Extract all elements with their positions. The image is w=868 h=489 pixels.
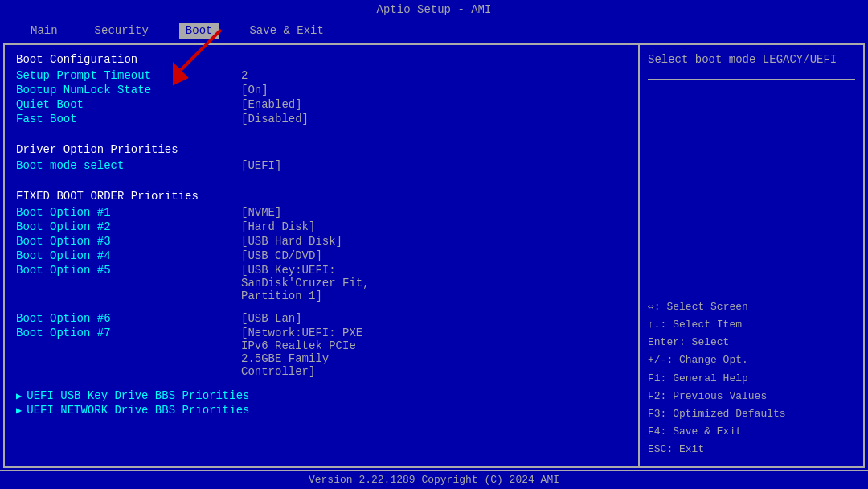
config-row[interactable]: Boot Option #1[NVME] — [16, 206, 627, 219]
config-label: Boot Option #4 — [16, 249, 241, 262]
help-key-item: F3: Optimized Defaults — [648, 405, 855, 423]
config-row[interactable]: Boot Option #4[USB CD/DVD] — [16, 249, 627, 262]
config-value: 2 — [241, 69, 248, 82]
config-value: [On] — [241, 84, 268, 97]
expandable-row[interactable]: ▶UEFI NETWORK Drive BBS Priorities — [16, 404, 627, 417]
config-label: Quiet Boot — [16, 98, 241, 111]
section-header: Boot Configuration — [16, 53, 627, 66]
config-value-multiline: [Network:UEFI: PXEIPv6 Realtek PCIe2.5GB… — [241, 327, 362, 378]
expand-arrow-icon: ▶ — [16, 405, 22, 417]
help-key-item: Enter: Select — [648, 334, 855, 351]
config-label: Setup Prompt Timeout — [16, 69, 241, 82]
config-label: Boot mode select — [16, 159, 241, 172]
config-label: Boot Option #2 — [16, 220, 241, 233]
section-divider — [16, 127, 627, 135]
config-label: Boot Option #6 — [16, 312, 241, 325]
section-header: Driver Option Priorities — [16, 143, 627, 156]
config-row[interactable]: Boot Option #2[Hard Disk] — [16, 220, 627, 233]
help-key-item: +/-: Change Opt. — [648, 351, 855, 369]
title-label: Aptio Setup - AMI — [377, 3, 492, 16]
content-panel: Boot ConfigurationSetup Prompt Timeout2B… — [3, 43, 640, 468]
config-row[interactable]: Boot Option #6[USB Lan] — [16, 312, 627, 325]
menu-item-boot[interactable]: Boot — [179, 23, 219, 39]
expandable-label: UEFI USB Key Drive BBS Priorities — [27, 389, 249, 402]
config-value: [NVME] — [241, 206, 281, 219]
config-label: Boot Option #5 — [16, 264, 241, 277]
section-divider — [16, 304, 627, 312]
help-key-item: F4: Save & Exit — [648, 423, 855, 441]
menu-item-security[interactable]: Security — [88, 23, 155, 39]
footer-label: Version 2.22.1289 Copyright (C) 2024 AMI — [309, 474, 559, 486]
menu-item-main[interactable]: Main — [24, 23, 64, 39]
config-row[interactable]: Bootup NumLock State[On] — [16, 84, 627, 97]
main-layout: Boot ConfigurationSetup Prompt Timeout2B… — [3, 43, 865, 468]
footer: Version 2.22.1289 Copyright (C) 2024 AMI — [0, 470, 868, 489]
config-value-multiline: [USB Key:UEFI:SanDisk'Cruzer Fit,Partiti… — [241, 264, 370, 302]
config-value: [USB Lan] — [241, 312, 302, 325]
config-row[interactable]: Boot Option #3[USB Hard Disk] — [16, 235, 627, 248]
config-value: [Hard Disk] — [241, 220, 315, 233]
config-value: [Enabled] — [241, 98, 302, 111]
help-key-item: ESC: Exit — [648, 441, 855, 458]
help-divider — [648, 79, 855, 80]
config-value: [USB Hard Disk] — [241, 235, 342, 248]
help-text-top: Select boot mode LEGACY/UEFI — [648, 53, 855, 66]
config-row[interactable]: Boot mode select[UEFI] — [16, 159, 627, 172]
config-label: Fast Boot — [16, 113, 241, 125]
expand-arrow-icon: ▶ — [16, 390, 22, 402]
expandable-label: UEFI NETWORK Drive BBS Priorities — [27, 404, 249, 417]
title-bar: Aptio Setup - AMI — [0, 0, 868, 19]
section-header: FIXED BOOT ORDER Priorities — [16, 190, 627, 203]
help-key-item: F2: Previous Values — [648, 388, 855, 405]
menu-item-save-&-exit[interactable]: Save & Exit — [243, 23, 330, 39]
config-row[interactable]: Setup Prompt Timeout2 — [16, 69, 627, 82]
help-keys: ⇔: Select Screen↑↓: Select ItemEnter: Se… — [648, 298, 855, 458]
help-key-item: ⇔: Select Screen — [648, 298, 855, 316]
config-value: [USB CD/DVD] — [241, 249, 322, 262]
section-divider — [16, 174, 627, 182]
help-panel: Select boot mode LEGACY/UEFI ⇔: Select S… — [640, 43, 865, 468]
expandable-row[interactable]: ▶UEFI USB Key Drive BBS Priorities — [16, 389, 627, 402]
help-key-item: F1: General Help — [648, 370, 855, 388]
config-row[interactable]: Boot Option #7[Network:UEFI: PXEIPv6 Rea… — [16, 327, 627, 378]
config-row[interactable]: Fast Boot[Disabled] — [16, 113, 627, 125]
config-value: [Disabled] — [241, 113, 309, 125]
config-label: Boot Option #3 — [16, 235, 241, 248]
config-label: Boot Option #7 — [16, 327, 241, 339]
menu-bar: MainSecurityBootSave & Exit — [0, 19, 868, 42]
config-row[interactable]: Boot Option #5[USB Key:UEFI:SanDisk'Cruz… — [16, 264, 627, 302]
section-divider — [16, 380, 627, 388]
config-row[interactable]: Quiet Boot[Enabled] — [16, 98, 627, 111]
config-label: Bootup NumLock State — [16, 84, 241, 97]
config-label: Boot Option #1 — [16, 206, 241, 219]
config-value: [UEFI] — [241, 159, 281, 172]
help-key-item: ↑↓: Select Item — [648, 316, 855, 334]
